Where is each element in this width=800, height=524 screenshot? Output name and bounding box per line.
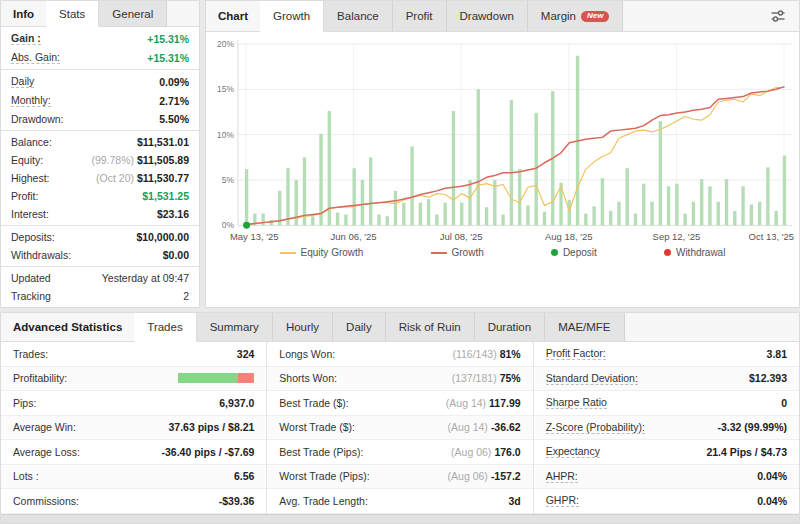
ghpr-label[interactable]: GHPR: <box>546 494 579 507</box>
profit-factor-value: 3.81 <box>767 348 787 360</box>
avg-trade-length-label: Avg. Trade Length: <box>279 495 368 507</box>
tab-risk-of-ruin[interactable]: Risk of Ruin <box>386 313 475 341</box>
daily-value: 0.09% <box>159 76 189 88</box>
sliders-icon <box>769 7 787 25</box>
stat-row-ghpr: GHPR: 0.04% <box>534 489 799 514</box>
tab-daily[interactable]: Daily <box>333 313 386 341</box>
tab-balance[interactable]: Balance <box>324 1 393 31</box>
chart-panel: Chart Growth Balance Profit Drawdown Mar… <box>205 0 800 308</box>
daily-label[interactable]: Daily <box>11 75 34 88</box>
avg-trade-length-value: 3d <box>508 495 520 507</box>
longs-won-label: Longs Won: <box>279 348 335 360</box>
stat-row-interest: Interest: $23.16 <box>1 205 199 223</box>
left-panel-tabs: Info Stats General <box>1 1 199 27</box>
statistics-columns: Trades: 324 Profitability: Pips: 6,937.0… <box>1 342 799 514</box>
updated-label: Updated <box>11 272 51 284</box>
stat-row-best-trade-usd: Best Trade ($): (Aug 14)117.99 <box>267 391 532 416</box>
tab-profit[interactable]: Profit <box>393 1 447 31</box>
tab-general[interactable]: General <box>99 1 167 26</box>
stat-row-expectancy: Expectancy 21.4 Pips / $4.73 <box>534 440 799 465</box>
stat-row-standard-deviation: Standard Deviation: $12.393 <box>534 367 799 392</box>
legend-growth-label: Growth <box>452 247 484 258</box>
tab-drawdown[interactable]: Drawdown <box>447 1 528 31</box>
stat-row-equity: Equity: (99.78%)$11,505.89 <box>1 151 199 169</box>
worst-trade-pips-label: Worst Trade (Pips): <box>279 470 369 482</box>
stat-row-gain: Gain : +15.31% <box>1 29 199 48</box>
tracking-value: 2 <box>183 290 189 302</box>
monthly-label[interactable]: Monthly: <box>11 94 51 107</box>
profit-factor-label[interactable]: Profit Factor: <box>546 347 606 360</box>
best-trade-usd-label: Best Trade ($): <box>279 397 348 409</box>
tab-stats[interactable]: Stats <box>46 1 99 27</box>
trades-label: Trades: <box>13 348 48 360</box>
trades-value: 324 <box>237 348 255 360</box>
legend-equity-growth[interactable]: Equity Growth <box>280 247 364 258</box>
gain-label[interactable]: Gain : <box>11 32 41 45</box>
legend-growth[interactable]: Growth <box>431 247 484 258</box>
svg-text:0%: 0% <box>222 220 235 230</box>
best-trade-pips-value: (Aug 06)176.0 <box>451 446 521 458</box>
tab-trades[interactable]: Trades <box>134 313 196 342</box>
standard-deviation-label[interactable]: Standard Deviation: <box>546 372 638 385</box>
stat-row-commissions: Commissions: -$39.36 <box>1 489 266 514</box>
average-loss-label: Average Loss: <box>13 446 80 458</box>
growth-chart-area: May 13, '25Jun 06, '25Jul 08, '25Aug 18,… <box>206 32 799 245</box>
profitability-bar-win <box>178 373 237 383</box>
svg-text:15%: 15% <box>217 84 234 94</box>
best-trade-pips-label: Best Trade (Pips): <box>279 446 363 458</box>
tab-hourly[interactable]: Hourly <box>273 313 333 341</box>
growth-chart: May 13, '25Jun 06, '25Jul 08, '25Aug 18,… <box>208 36 797 245</box>
stat-row-highest: Highest: (Oct 20)$11,530.77 <box>1 169 199 187</box>
stat-row-best-trade-pips: Best Trade (Pips): (Aug 06)176.0 <box>267 440 532 465</box>
sharpe-ratio-label[interactable]: Sharpe Ratio <box>546 396 607 409</box>
chart-section-label: Chart <box>206 1 260 31</box>
tab-mae-mfe[interactable]: MAE/MFE <box>545 313 624 341</box>
chart-tabs: Chart Growth Balance Profit Drawdown Mar… <box>206 1 799 32</box>
withdrawals-label: Withdrawals: <box>11 249 71 261</box>
abs-gain-label[interactable]: Abs. Gain: <box>11 51 60 64</box>
strip-spacer <box>625 313 799 341</box>
average-win-label: Average Win: <box>13 421 76 433</box>
clipped-next-row <box>1 514 799 523</box>
z-score-label[interactable]: Z-Score (Probability): <box>546 421 645 434</box>
tab-margin[interactable]: Margin New <box>528 1 624 31</box>
tab-duration[interactable]: Duration <box>475 313 545 341</box>
ahpr-label[interactable]: AHPR: <box>546 470 578 483</box>
updated-value: Yesterday at 09:47 <box>102 272 189 284</box>
worst-trade-pips-value: (Aug 06)-157.2 <box>448 470 521 482</box>
stat-row-drawdown: Drawdown: 5.50% <box>1 110 199 128</box>
stat-row-abs-gain: Abs. Gain: +15.31% <box>1 48 199 67</box>
best-trade-usd-value: (Aug 14)117.99 <box>446 397 521 409</box>
stat-row-profit: Profit: $1,531.25 <box>1 187 199 205</box>
drawdown-value: 5.50% <box>159 113 189 125</box>
stat-row-monthly: Monthly: 2.71% <box>1 91 199 110</box>
commissions-label: Commissions: <box>13 495 79 507</box>
tab-margin-label: Margin <box>541 10 576 22</box>
stats-column-2: Longs Won: (116/143)81% Shorts Won: (137… <box>267 342 533 514</box>
stat-row-profit-factor: Profit Factor: 3.81 <box>534 342 799 367</box>
chart-settings-button[interactable] <box>757 1 799 31</box>
ghpr-value: 0.04% <box>757 495 787 507</box>
legend-withdrawal-label: Withdrawal <box>676 247 725 258</box>
deposits-value: $10,000.00 <box>136 231 189 243</box>
lots-value: 6.56 <box>234 470 254 482</box>
gain-value: +15.31% <box>147 33 189 45</box>
highest-value: (Oct 20)$11,530.77 <box>96 172 189 184</box>
svg-text:5%: 5% <box>222 175 235 185</box>
svg-text:Jun 06, '25: Jun 06, '25 <box>331 231 377 242</box>
equity-label: Equity: <box>11 154 43 166</box>
gain-group: Gain : +15.31% Abs. Gain: +15.31% <box>1 27 199 70</box>
expectancy-label[interactable]: Expectancy <box>546 445 600 458</box>
ahpr-value: 0.04% <box>757 470 787 482</box>
withdrawals-value: $0.00 <box>163 249 189 261</box>
legend-deposit[interactable]: Deposit <box>551 247 597 258</box>
tab-growth[interactable]: Growth <box>260 1 324 32</box>
abs-gain-value: +15.31% <box>147 52 189 64</box>
z-score-value: -3.32 (99.99%) <box>718 421 787 433</box>
stat-row-updated: Updated Yesterday at 09:47 <box>1 269 199 287</box>
svg-text:Aug 18, '25: Aug 18, '25 <box>545 231 593 242</box>
tab-info[interactable]: Info <box>1 1 46 26</box>
legend-withdrawal[interactable]: Withdrawal <box>664 247 725 258</box>
tab-summary[interactable]: Summary <box>197 313 273 341</box>
legend-equity-growth-label: Equity Growth <box>301 247 364 258</box>
